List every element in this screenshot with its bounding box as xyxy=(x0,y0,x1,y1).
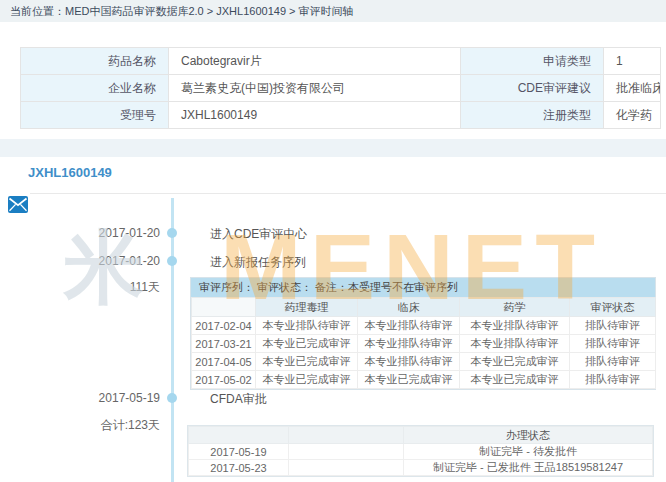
review-cell: 本专业排队待审评 xyxy=(358,335,460,353)
menet-star-watermark: 米 xyxy=(64,228,144,308)
review-status: 排队待审评 xyxy=(570,335,656,353)
duration-days: 111天 xyxy=(0,279,160,296)
approval-status-panel: 办理状态 2017-05-19 制证完毕 - 待发批件 2017-05-23 制… xyxy=(187,425,654,477)
table-row: 2017-03-21 本专业已完成审评 本专业排队待审评 本专业排队待审评 排队… xyxy=(192,335,656,353)
timeline-date: 2017-01-20 xyxy=(0,226,160,240)
approval-table: 办理状态 2017-05-19 制证完毕 - 待发批件 2017-05-23 制… xyxy=(188,426,653,476)
field-label: 药品名称 xyxy=(21,48,169,75)
review-cell: 本专业已完成审评 xyxy=(460,353,570,371)
company-name-value: 葛兰素史克(中国)投资有限公司 xyxy=(169,75,461,102)
column-header: 药学 xyxy=(460,298,570,317)
review-status: 排队待审评 xyxy=(570,317,656,335)
review-date: 2017-04-05 xyxy=(192,353,256,371)
review-sequence-panel: 审评序列： 审评状态： 备注：本受理号不在审评序列 药理毒理 临床 药学 审评状… xyxy=(190,277,656,390)
table-row: 药品名称 Cabotegravir片 申请类型 1 xyxy=(21,48,661,75)
acceptance-number-title: JXHL1600149 xyxy=(28,165,112,180)
review-table: 药理毒理 临床 药学 审评状态 2017-02-04 本专业排队待审评 本专业排… xyxy=(191,297,656,389)
column-header: 审评状态 xyxy=(570,298,656,317)
table-header-row: 药理毒理 临床 药学 审评状态 xyxy=(192,298,656,317)
timeline-date: 2017-01-20 xyxy=(0,254,160,268)
table-row: 2017-05-19 制证完毕 - 待发批件 xyxy=(189,444,653,460)
review-cell: 本专业已完成审评 xyxy=(256,353,358,371)
review-cell: 本专业排队待审评 xyxy=(358,317,460,335)
table-row: 2017-02-04 本专业排队待审评 本专业排队待审评 本专业排队待审评 排队… xyxy=(192,317,656,335)
column-header: 药理毒理 xyxy=(256,298,358,317)
section-divider-band xyxy=(0,139,666,157)
review-cell: 本专业排队待审评 xyxy=(358,353,460,371)
review-status: 排队待审评 xyxy=(570,353,656,371)
timeline-dot xyxy=(167,256,177,266)
timeline-line xyxy=(171,198,174,482)
field-label: 受理号 xyxy=(21,102,169,129)
table-row: 2017-05-23 制证完毕 - 已发批件 王品18519581247 xyxy=(189,460,653,476)
table-row: 2017-04-05 本专业已完成审评 本专业排队待审评 本专业已完成审评 排队… xyxy=(192,353,656,371)
review-date: 2017-02-04 xyxy=(192,317,256,335)
review-cell: 本专业已完成审评 xyxy=(256,335,358,353)
review-cell: 本专业排队待审评 xyxy=(256,317,358,335)
table-row: 企业名称 葛兰素史克(中国)投资有限公司 CDE审评建议 批准临床 xyxy=(21,75,661,102)
breadcrumb[interactable]: 当前位置：MED中国药品审评数据库2.0 > JXHL1600149 > 审评时… xyxy=(0,0,666,22)
table-row: 受理号 JXHL1600149 注册类型 化学药 xyxy=(21,102,661,129)
timeline-event-label: 进入CDE审评中心 xyxy=(210,226,307,243)
review-cell: 本专业排队待审评 xyxy=(460,335,570,353)
field-label: 企业名称 xyxy=(21,75,169,102)
column-header xyxy=(289,427,404,444)
envelope-icon[interactable] xyxy=(8,196,28,213)
review-date: 2017-03-21 xyxy=(192,335,256,353)
table-header-row: 办理状态 xyxy=(189,427,653,444)
field-label: CDE审评建议 xyxy=(461,75,604,102)
review-status: 排队待审评 xyxy=(570,371,656,389)
review-cell: 本专业已完成审评 xyxy=(358,371,460,389)
timeline-dot xyxy=(167,393,177,403)
column-header xyxy=(189,427,289,444)
column-header: 办理状态 xyxy=(404,427,653,444)
approval-cell xyxy=(289,460,404,476)
timeline-event-label: CFDA审批 xyxy=(210,391,267,408)
table-row: 2017-05-02 本专业已完成审评 本专业已完成审评 本专业已完成审评 排队… xyxy=(192,371,656,389)
field-label: 申请类型 xyxy=(461,48,604,75)
field-label: 注册类型 xyxy=(461,102,604,129)
approval-date: 2017-05-19 xyxy=(189,444,289,460)
divider xyxy=(30,193,666,194)
timeline-event-label: 进入新报任务序列 xyxy=(210,254,306,271)
column-header xyxy=(192,298,256,317)
review-status-bar: 审评序列： 审评状态： 备注：本受理号不在审评序列 xyxy=(191,278,655,297)
application-type-value: 1 xyxy=(604,48,661,75)
approval-status: 制证完毕 - 已发批件 王品18519581247 xyxy=(404,460,653,476)
drug-name-value: Cabotegravir片 xyxy=(169,48,461,75)
cde-suggestion-value: 批准临床 xyxy=(604,75,661,102)
approval-status: 制证完毕 - 待发批件 xyxy=(404,444,653,460)
approval-cell xyxy=(289,444,404,460)
total-days: 合计:123天 xyxy=(0,417,160,434)
timeline-dot xyxy=(167,228,177,238)
timeline-date: 2017-05-19 xyxy=(0,391,160,405)
review-cell: 本专业已完成审评 xyxy=(256,371,358,389)
acceptance-number-value: JXHL1600149 xyxy=(169,102,461,129)
registration-type-value: 化学药 xyxy=(604,102,661,129)
review-cell: 本专业已完成审评 xyxy=(460,371,570,389)
drug-info-table: 药品名称 Cabotegravir片 申请类型 1 企业名称 葛兰素史克(中国)… xyxy=(20,47,661,129)
review-date: 2017-05-02 xyxy=(192,371,256,389)
review-cell: 本专业排队待审评 xyxy=(460,317,570,335)
column-header: 临床 xyxy=(358,298,460,317)
approval-date: 2017-05-23 xyxy=(189,460,289,476)
